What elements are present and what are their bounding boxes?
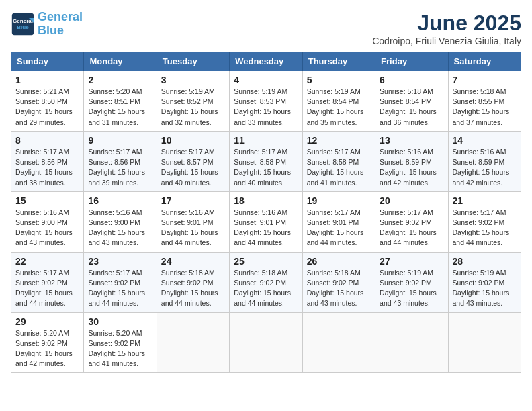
day-number: 15 [15,195,79,206]
day-number: 6 [380,75,443,85]
day-info: Sunrise: 5:19 AM Sunset: 9:02 PM Dayligh… [380,268,443,309]
day-number: 21 [453,195,517,206]
header-friday: Friday [375,52,448,71]
day-number: 24 [161,256,225,267]
day-number: 27 [380,256,443,267]
day-info: Sunrise: 5:19 AM Sunset: 8:53 PM Dayligh… [234,87,298,128]
calendar-cell: 18Sunrise: 5:16 AM Sunset: 9:01 PM Dayli… [230,191,302,252]
calendar-cell: 29Sunrise: 5:20 AM Sunset: 9:02 PM Dayli… [11,312,84,373]
logo-icon: General Blue [11,12,35,36]
day-number: 29 [15,316,79,327]
header-thursday: Thursday [302,52,375,71]
day-info: Sunrise: 5:20 AM Sunset: 9:02 PM Dayligh… [88,328,152,369]
day-info: Sunrise: 5:17 AM Sunset: 9:02 PM Dayligh… [380,208,443,248]
calendar-cell: 8Sunrise: 5:17 AM Sunset: 8:56 PM Daylig… [11,131,84,191]
calendar-cell: 23Sunrise: 5:17 AM Sunset: 9:02 PM Dayli… [84,252,157,312]
day-info: Sunrise: 5:18 AM Sunset: 8:54 PM Dayligh… [380,87,443,128]
calendar-cell: 17Sunrise: 5:16 AM Sunset: 9:01 PM Dayli… [157,191,229,252]
calendar-cell: 16Sunrise: 5:16 AM Sunset: 9:00 PM Dayli… [84,191,157,252]
day-number: 4 [234,75,298,85]
calendar-cell: 12Sunrise: 5:17 AM Sunset: 8:58 PM Dayli… [302,131,375,191]
day-info: Sunrise: 5:18 AM Sunset: 9:02 PM Dayligh… [161,268,225,309]
calendar-cell: 28Sunrise: 5:19 AM Sunset: 9:02 PM Dayli… [448,252,521,312]
calendar-cell: 4Sunrise: 5:19 AM Sunset: 8:53 PM Daylig… [230,71,302,132]
day-info: Sunrise: 5:19 AM Sunset: 8:54 PM Dayligh… [307,87,371,128]
day-number: 30 [88,316,152,327]
calendar-cell: 13Sunrise: 5:16 AM Sunset: 8:59 PM Dayli… [375,131,448,191]
day-number: 23 [88,256,152,267]
calendar-cell: 11Sunrise: 5:17 AM Sunset: 8:58 PM Dayli… [230,131,302,191]
day-info: Sunrise: 5:20 AM Sunset: 9:02 PM Dayligh… [15,328,79,369]
calendar-cell: 10Sunrise: 5:17 AM Sunset: 8:57 PM Dayli… [157,131,229,191]
calendar-cell [375,312,448,373]
day-number: 20 [380,195,443,206]
day-number: 12 [307,135,371,146]
day-info: Sunrise: 5:17 AM Sunset: 8:58 PM Dayligh… [307,147,371,188]
day-number: 26 [307,256,371,267]
day-number: 10 [161,135,225,146]
day-number: 11 [234,135,298,146]
calendar-cell [448,312,521,373]
calendar-cell: 5Sunrise: 5:19 AM Sunset: 8:54 PM Daylig… [302,71,375,132]
day-info: Sunrise: 5:17 AM Sunset: 9:02 PM Dayligh… [88,268,152,309]
day-number: 25 [234,256,298,267]
day-number: 3 [161,75,225,85]
day-number: 16 [88,195,152,206]
calendar-week-4: 22Sunrise: 5:17 AM Sunset: 9:02 PM Dayli… [11,252,521,312]
calendar-week-3: 15Sunrise: 5:16 AM Sunset: 9:00 PM Dayli… [11,191,521,252]
day-info: Sunrise: 5:16 AM Sunset: 9:01 PM Dayligh… [234,208,298,248]
header-monday: Monday [84,52,157,71]
day-info: Sunrise: 5:17 AM Sunset: 9:02 PM Dayligh… [15,268,79,309]
logo-line1: General [38,10,83,24]
day-number: 17 [161,195,225,206]
logo-text: General Blue [38,11,83,38]
header-tuesday: Tuesday [157,52,229,71]
day-number: 2 [88,75,152,85]
calendar-cell: 14Sunrise: 5:16 AM Sunset: 8:59 PM Dayli… [448,131,521,191]
logo-line2: Blue [38,24,64,37]
header-sunday: Sunday [11,52,84,71]
day-number: 13 [380,135,443,146]
calendar-cell [302,312,375,373]
calendar-cell [157,312,229,373]
day-info: Sunrise: 5:19 AM Sunset: 9:02 PM Dayligh… [453,268,517,309]
svg-text:General: General [13,18,33,24]
calendar-cell: 9Sunrise: 5:17 AM Sunset: 8:56 PM Daylig… [84,131,157,191]
calendar-cell: 27Sunrise: 5:19 AM Sunset: 9:02 PM Dayli… [375,252,448,312]
calendar-cell: 26Sunrise: 5:18 AM Sunset: 9:02 PM Dayli… [302,252,375,312]
day-number: 9 [88,135,152,146]
calendar-week-5: 29Sunrise: 5:20 AM Sunset: 9:02 PM Dayli… [11,312,521,373]
day-info: Sunrise: 5:18 AM Sunset: 8:55 PM Dayligh… [453,87,517,128]
day-info: Sunrise: 5:17 AM Sunset: 8:56 PM Dayligh… [88,147,152,188]
day-info: Sunrise: 5:16 AM Sunset: 9:00 PM Dayligh… [15,208,79,248]
day-info: Sunrise: 5:17 AM Sunset: 9:01 PM Dayligh… [307,208,371,248]
calendar-cell: 1Sunrise: 5:21 AM Sunset: 8:50 PM Daylig… [11,71,84,132]
calendar-cell: 30Sunrise: 5:20 AM Sunset: 9:02 PM Dayli… [84,312,157,373]
day-info: Sunrise: 5:16 AM Sunset: 9:01 PM Dayligh… [161,208,225,248]
calendar-table: SundayMondayTuesdayWednesdayThursdayFrid… [11,52,521,373]
day-number: 19 [307,195,371,206]
title-block: June 2025 Codroipo, Friuli Venezia Giuli… [372,11,521,46]
month-title: June 2025 [372,11,521,36]
header: General Blue General Blue June 2025 Codr… [11,11,521,46]
day-number: 7 [453,75,517,85]
calendar-cell: 21Sunrise: 5:17 AM Sunset: 9:02 PM Dayli… [448,191,521,252]
day-info: Sunrise: 5:20 AM Sunset: 8:51 PM Dayligh… [88,87,152,128]
calendar-cell: 15Sunrise: 5:16 AM Sunset: 9:00 PM Dayli… [11,191,84,252]
day-number: 28 [453,256,517,267]
calendar-cell: 3Sunrise: 5:19 AM Sunset: 8:52 PM Daylig… [157,71,229,132]
day-info: Sunrise: 5:16 AM Sunset: 8:59 PM Dayligh… [453,147,517,188]
calendar-cell: 2Sunrise: 5:20 AM Sunset: 8:51 PM Daylig… [84,71,157,132]
calendar-cell: 22Sunrise: 5:17 AM Sunset: 9:02 PM Dayli… [11,252,84,312]
calendar-cell: 6Sunrise: 5:18 AM Sunset: 8:54 PM Daylig… [375,71,448,132]
calendar-cell: 20Sunrise: 5:17 AM Sunset: 9:02 PM Dayli… [375,191,448,252]
day-info: Sunrise: 5:18 AM Sunset: 9:02 PM Dayligh… [234,268,298,309]
calendar-cell: 25Sunrise: 5:18 AM Sunset: 9:02 PM Dayli… [230,252,302,312]
day-info: Sunrise: 5:16 AM Sunset: 9:00 PM Dayligh… [88,208,152,248]
day-number: 18 [234,195,298,206]
day-info: Sunrise: 5:21 AM Sunset: 8:50 PM Dayligh… [15,87,79,128]
logo: General Blue General Blue [11,11,83,38]
day-info: Sunrise: 5:17 AM Sunset: 8:57 PM Dayligh… [161,147,225,188]
day-number: 14 [453,135,517,146]
day-number: 5 [307,75,371,85]
